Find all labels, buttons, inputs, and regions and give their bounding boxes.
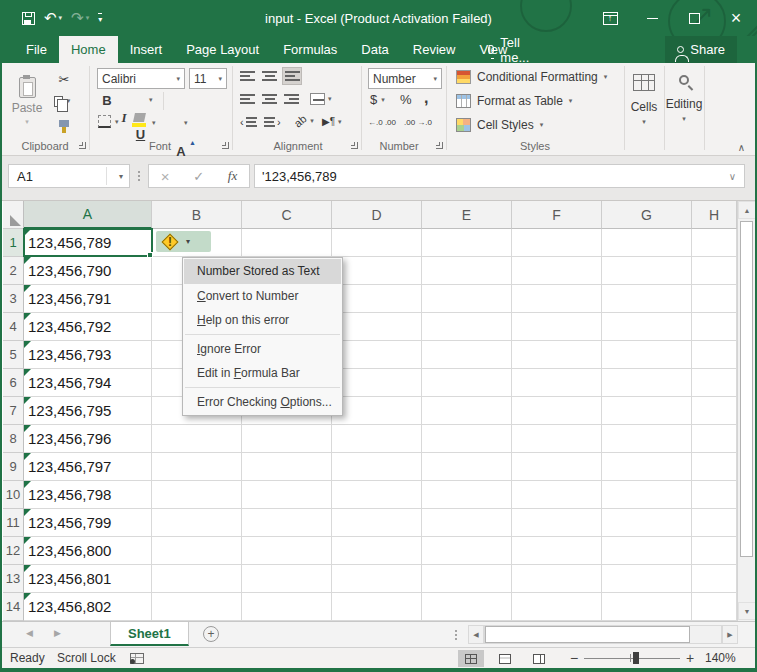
- cell-D2[interactable]: [332, 257, 422, 285]
- font-size-select[interactable]: 11▾: [189, 68, 227, 89]
- menu-item-help-on-this-error[interactable]: Help on this error: [184, 308, 341, 332]
- cell-G14[interactable]: [602, 593, 692, 621]
- cell-H3[interactable]: [692, 285, 737, 313]
- cell-H7[interactable]: [692, 397, 737, 425]
- cell-G6[interactable]: [602, 369, 692, 397]
- cell-E7[interactable]: [422, 397, 512, 425]
- bold-button[interactable]: B: [100, 92, 114, 109]
- cell-E2[interactable]: [422, 257, 512, 285]
- enter-check-icon[interactable]: ✓: [193, 169, 204, 184]
- cell-H2[interactable]: [692, 257, 737, 285]
- cell-C8[interactable]: [242, 425, 332, 453]
- tab-data[interactable]: Data: [349, 36, 400, 63]
- cell-C9[interactable]: [242, 453, 332, 481]
- view-page-layout-button[interactable]: [492, 650, 518, 667]
- cell-A11[interactable]: 123,456,799: [24, 509, 152, 537]
- menu-item-convert-to-number[interactable]: Convert to Number: [184, 284, 341, 308]
- font-dialog-launcher-icon[interactable]: [222, 142, 229, 149]
- increase-decimal-button[interactable]: ←.0 .00: [368, 118, 396, 127]
- paste-button[interactable]: Paste ▾: [8, 68, 46, 134]
- number-format-select[interactable]: Number▾: [368, 68, 442, 89]
- cell-C10[interactable]: [242, 481, 332, 509]
- column-header-G[interactable]: G: [602, 201, 692, 229]
- cancel-icon[interactable]: ×: [161, 168, 170, 185]
- cell-E10[interactable]: [422, 481, 512, 509]
- top-align-button[interactable]: [240, 70, 255, 82]
- cell-B13[interactable]: [152, 565, 242, 593]
- cell-D7[interactable]: [332, 397, 422, 425]
- row-header-3[interactable]: 3: [3, 285, 24, 313]
- cell-A5[interactable]: 123,456,793: [24, 341, 152, 369]
- redo-icon[interactable]: ↷▾: [71, 9, 89, 27]
- cell-G12[interactable]: [602, 537, 692, 565]
- cell-C13[interactable]: [242, 565, 332, 593]
- cell-H1[interactable]: [692, 229, 737, 257]
- cell-F6[interactable]: [512, 369, 602, 397]
- cell-C14[interactable]: [242, 593, 332, 621]
- scroll-right-icon[interactable]: ▶: [722, 625, 738, 644]
- cell-G7[interactable]: [602, 397, 692, 425]
- center-button[interactable]: [262, 93, 277, 105]
- cell-D1[interactable]: [332, 229, 422, 257]
- cell-A7[interactable]: 123,456,795: [24, 397, 152, 425]
- zoom-in-icon[interactable]: +: [686, 650, 694, 666]
- zoom-level[interactable]: 140%: [705, 651, 736, 665]
- clipboard-dialog-launcher-icon[interactable]: [79, 142, 86, 149]
- cell-A10[interactable]: 123,456,798: [24, 481, 152, 509]
- vertical-scroll-thumb[interactable]: [740, 221, 753, 557]
- column-header-E[interactable]: E: [422, 201, 512, 229]
- row-header-8[interactable]: 8: [3, 425, 24, 453]
- cell-E9[interactable]: [422, 453, 512, 481]
- bottom-align-button[interactable]: [282, 67, 302, 85]
- tabbar-splitter-handle[interactable]: [455, 630, 457, 640]
- row-header-12[interactable]: 12: [3, 537, 24, 565]
- scroll-left-icon[interactable]: ◀: [468, 625, 484, 644]
- comma-style-button[interactable]: ,: [424, 89, 428, 107]
- cell-H4[interactable]: [692, 313, 737, 341]
- cell-A8[interactable]: 123,456,796: [24, 425, 152, 453]
- cell-D8[interactable]: [332, 425, 422, 453]
- cell-D9[interactable]: [332, 453, 422, 481]
- tab-review[interactable]: Review: [401, 36, 468, 63]
- expand-formula-bar-icon[interactable]: ∨: [729, 171, 736, 182]
- cell-B12[interactable]: [152, 537, 242, 565]
- cell-G13[interactable]: [602, 565, 692, 593]
- cell-F2[interactable]: [512, 257, 602, 285]
- cell-G10[interactable]: [602, 481, 692, 509]
- underline-dropdown-icon[interactable]: ▾: [149, 96, 153, 104]
- increase-indent-button[interactable]: ›: [264, 116, 281, 128]
- italic-button[interactable]: I: [118, 109, 130, 126]
- horizontal-scroll-thumb[interactable]: [485, 626, 690, 643]
- collapse-ribbon-icon[interactable]: ∧: [738, 142, 745, 153]
- cell-A4[interactable]: 123,456,792: [24, 313, 152, 341]
- fill-handle[interactable]: [147, 252, 153, 258]
- percent-style-button[interactable]: %: [400, 92, 412, 107]
- menu-item-ignore-error[interactable]: Ignore Error: [184, 337, 341, 361]
- cell-F11[interactable]: [512, 509, 602, 537]
- cell-E11[interactable]: [422, 509, 512, 537]
- column-header-C[interactable]: C: [242, 201, 332, 229]
- sheet-next-icon[interactable]: ▶: [54, 628, 61, 638]
- column-header-H[interactable]: H: [692, 201, 737, 229]
- cell-A9[interactable]: 123,456,797: [24, 453, 152, 481]
- row-header-11[interactable]: 11: [3, 509, 24, 537]
- copy-button[interactable]: ▾: [52, 93, 72, 109]
- scroll-down-icon[interactable]: ▼: [738, 602, 756, 620]
- accounting-format-button[interactable]: $▾: [370, 92, 385, 107]
- cell-E8[interactable]: [422, 425, 512, 453]
- row-header-6[interactable]: 6: [3, 369, 24, 397]
- cell-D14[interactable]: [332, 593, 422, 621]
- view-normal-button[interactable]: [458, 650, 484, 667]
- format-painter-button[interactable]: [54, 115, 74, 131]
- maximize-icon[interactable]: [673, 0, 715, 36]
- cell-G4[interactable]: [602, 313, 692, 341]
- fill-color-button[interactable]: [132, 113, 146, 127]
- zoom-slider-track[interactable]: [584, 658, 680, 659]
- cell-F10[interactable]: [512, 481, 602, 509]
- cell-D6[interactable]: [332, 369, 422, 397]
- cell-A13[interactable]: 123,456,801: [24, 565, 152, 593]
- cell-E12[interactable]: [422, 537, 512, 565]
- column-header-B[interactable]: B: [152, 201, 242, 229]
- row-header-9[interactable]: 9: [3, 453, 24, 481]
- cell-D5[interactable]: [332, 341, 422, 369]
